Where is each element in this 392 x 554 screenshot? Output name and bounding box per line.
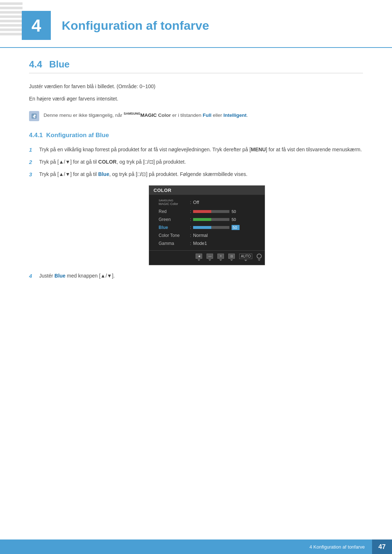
page-footer: 4 Konfiguration af tonfarve 47 bbox=[0, 539, 392, 554]
red-bar-track bbox=[193, 210, 229, 213]
note-box: Denne menu er ikke tilgængelig, når SAMS… bbox=[29, 110, 363, 123]
description-2: En højere værdi øger farvens intensitet. bbox=[29, 95, 363, 103]
menu-row-red: Red : 50 bbox=[154, 208, 260, 216]
menu-screenshot: COLOR SAMSUNG MAGIC Color : Off Red bbox=[149, 185, 265, 265]
chapter-title: Konfiguration af tonfarve bbox=[62, 19, 209, 33]
red-bar-fill bbox=[193, 210, 211, 213]
icon-power bbox=[257, 254, 262, 261]
green-bar-fill bbox=[193, 218, 211, 221]
description-1: Justér værdien for farven blå i billedet… bbox=[29, 82, 363, 90]
menu-bottom-bar: ◄ — + ⊡ AUTO bbox=[149, 250, 265, 262]
blue-bar-track bbox=[193, 226, 229, 229]
menu-screenshot-wrap: COLOR SAMSUNG MAGIC Color : Off Red bbox=[51, 185, 363, 265]
blue-bar-fill bbox=[193, 226, 211, 229]
step-4: 4 Justér Blue med knappen [▲/▼]. bbox=[29, 272, 363, 280]
icon-minus: — bbox=[207, 254, 213, 261]
menu-row-color-tone: Color Tone : Normal bbox=[154, 231, 260, 239]
menu-title-bar: COLOR bbox=[149, 186, 265, 195]
step-1: 1 Tryk på en vilkårlig knap forrest på p… bbox=[29, 145, 363, 154]
icon-plus: + bbox=[217, 254, 224, 261]
menu-row-green: Green : 50 bbox=[154, 216, 260, 223]
menu-row-gamma: Gamma : Mode1 bbox=[154, 239, 260, 247]
menu-rows: SAMSUNG MAGIC Color : Off Red : bbox=[149, 198, 265, 247]
menu-row-blue: Blue : 50 bbox=[154, 223, 260, 231]
chapter-header: 4 Konfiguration af tonfarve bbox=[0, 0, 392, 48]
footer-text: 4 Konfiguration af tonfarve bbox=[310, 544, 372, 550]
subsection-title: 4.4.1 Konfiguration af Blue bbox=[29, 132, 363, 139]
icon-auto: AUTO bbox=[239, 254, 252, 261]
note-text: Denne menu er ikke tilgængelig, når SAMS… bbox=[44, 111, 248, 119]
footer-page-number: 47 bbox=[372, 539, 392, 554]
main-content: 4.4 Blue Justér værdien for farven blå i… bbox=[0, 59, 392, 313]
steps-list: 1 Tryk på en vilkårlig knap forrest på p… bbox=[29, 145, 363, 179]
note-icon bbox=[29, 111, 39, 121]
section-title: 4.4 Blue bbox=[29, 59, 363, 73]
chapter-number: 4 bbox=[22, 11, 51, 40]
green-bar-track bbox=[193, 218, 229, 221]
step-2: 2 Tryk på [▲/▼] for at gå til COLOR, og … bbox=[29, 158, 363, 167]
menu-row-magic-color: SAMSUNG MAGIC Color : Off bbox=[154, 198, 260, 208]
step-3: 3 Tryk på [▲/▼] for at gå til Blue, og t… bbox=[29, 170, 363, 179]
icon-back: ◄ bbox=[196, 254, 202, 261]
icon-enter: ⊡ bbox=[228, 254, 235, 261]
